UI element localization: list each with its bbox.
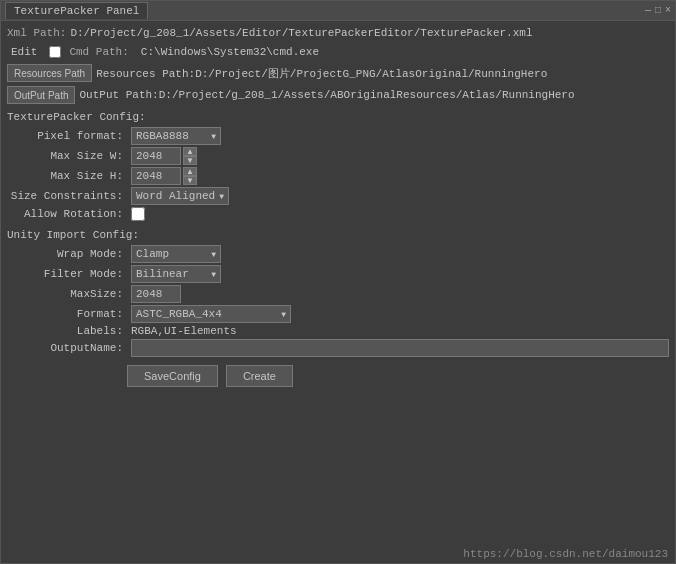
minimize-icon[interactable]: — xyxy=(645,5,651,16)
xml-path-label: Xml Path: xyxy=(7,27,66,39)
allow-rotation-checkbox[interactable] xyxy=(131,207,145,221)
format-label: Format: xyxy=(7,308,127,320)
format-selected: ASTC_RGBA_4x4 xyxy=(136,308,222,320)
maxsize-label: MaxSize: xyxy=(7,288,127,300)
pixel-format-selected: RGBA8888 xyxy=(136,130,189,142)
allow-rotation-label: Allow Rotation: xyxy=(7,208,127,220)
filter-mode-label: Filter Mode: xyxy=(7,268,127,280)
max-size-h-input[interactable]: 2048 xyxy=(131,167,181,185)
pixel-format-dropdown[interactable]: RGBA8888 ▼ xyxy=(131,127,221,145)
filter-mode-selected: Bilinear xyxy=(136,268,189,280)
size-constraints-label: Size Constraints: xyxy=(7,190,127,202)
main-window: TexturePacker Panel — □ × Xml Path: D:/P… xyxy=(0,0,676,564)
wrap-mode-dropdown[interactable]: Clamp ▼ xyxy=(131,245,221,263)
xml-path-row: Xml Path: D:/Project/g_208_1/Assets/Edit… xyxy=(7,25,669,41)
wrap-mode-selected: Clamp xyxy=(136,248,169,260)
filter-mode-value: Bilinear ▼ xyxy=(131,265,669,283)
window-controls: — □ × xyxy=(645,5,671,16)
resources-path-button[interactable]: Resources Path xyxy=(7,64,92,82)
texture-packer-config-title: TexturePacker Config: xyxy=(7,111,669,123)
resources-path-row: Resources Path Resources Path:D:/Project… xyxy=(7,63,669,83)
max-size-w-stepper: ▲ ▼ xyxy=(183,147,197,165)
format-arrow-icon: ▼ xyxy=(281,310,286,319)
edit-checkbox[interactable] xyxy=(49,46,61,58)
create-button[interactable]: Create xyxy=(226,365,293,387)
maximize-icon[interactable]: □ xyxy=(655,5,661,16)
save-config-button[interactable]: SaveConfig xyxy=(127,365,218,387)
size-constraints-dropdown[interactable]: Word Aligned ▼ xyxy=(131,187,229,205)
output-name-input[interactable] xyxy=(131,339,669,357)
filter-mode-arrow-icon: ▼ xyxy=(211,270,216,279)
edit-menu[interactable]: Edit xyxy=(7,45,41,59)
menu-bar: Edit Cmd Path: C:\Windows\System32\cmd.e… xyxy=(7,43,669,61)
maxsize-input[interactable]: 2048 xyxy=(131,285,181,303)
filter-mode-dropdown[interactable]: Bilinear ▼ xyxy=(131,265,221,283)
wrap-mode-value: Clamp ▼ xyxy=(131,245,669,263)
content-area: Xml Path: D:/Project/g_208_1/Assets/Edit… xyxy=(1,21,675,563)
action-buttons-row: SaveConfig Create xyxy=(127,365,669,387)
pixel-format-value: RGBA8888 ▼ xyxy=(131,127,669,145)
size-constraints-arrow-icon: ▼ xyxy=(219,192,224,201)
max-size-w-up[interactable]: ▲ xyxy=(183,147,197,156)
max-size-w-value: 2048 ▲ ▼ xyxy=(131,147,669,165)
max-size-w-down[interactable]: ▼ xyxy=(183,156,197,165)
format-value: ASTC_RGBA_4x4 ▼ xyxy=(131,305,669,323)
cmd-path-value: C:\Windows\System32\cmd.exe xyxy=(141,46,319,58)
max-size-h-stepper: ▲ ▼ xyxy=(183,167,197,185)
max-size-w-label: Max Size W: xyxy=(7,150,127,162)
output-path-button[interactable]: OutPut Path xyxy=(7,86,75,104)
title-bar: TexturePacker Panel — □ × xyxy=(1,1,675,21)
size-constraints-selected: Word Aligned xyxy=(136,190,215,202)
resources-path-value: Resources Path:D:/Project/图片/ProjectG_PN… xyxy=(96,66,547,81)
pixel-format-label: Pixel format: xyxy=(7,130,127,142)
output-path-row: OutPut Path OutPut Path:D:/Project/g_208… xyxy=(7,85,669,105)
max-size-h-label: Max Size H: xyxy=(7,170,127,182)
xml-path-value: D:/Project/g_208_1/Assets/Editor/Texture… xyxy=(70,27,532,39)
wrap-mode-arrow-icon: ▼ xyxy=(211,250,216,259)
pixel-format-arrow-icon: ▼ xyxy=(211,132,216,141)
labels-text: RGBA,UI-Elements xyxy=(131,325,237,337)
max-size-h-down[interactable]: ▼ xyxy=(183,176,197,185)
max-size-h-value: 2048 ▲ ▼ xyxy=(131,167,669,185)
labels-label: Labels: xyxy=(7,325,127,337)
close-icon[interactable]: × xyxy=(665,5,671,16)
max-size-w-input[interactable]: 2048 xyxy=(131,147,181,165)
labels-value: RGBA,UI-Elements xyxy=(131,325,669,337)
output-name-label: OutputName: xyxy=(7,342,127,354)
size-constraints-value: Word Aligned ▼ xyxy=(131,187,669,205)
unity-import-config-grid: Wrap Mode: Clamp ▼ Filter Mode: Bilinear… xyxy=(7,245,669,357)
window-title: TexturePacker Panel xyxy=(14,5,139,17)
maxsize-value: 2048 xyxy=(131,285,669,303)
title-tab: TexturePacker Panel xyxy=(5,2,148,19)
cmd-path-label: Cmd Path: xyxy=(69,46,128,58)
footer-url: https://blog.csdn.net/daimou123 xyxy=(463,548,668,560)
max-size-h-up[interactable]: ▲ xyxy=(183,167,197,176)
output-path-value: OutPut Path:D:/Project/g_208_1/Assets/AB… xyxy=(79,89,574,101)
wrap-mode-label: Wrap Mode: xyxy=(7,248,127,260)
unity-import-config-title: Unity Import Config: xyxy=(7,229,669,241)
texture-packer-config-grid: Pixel format: RGBA8888 ▼ Max Size W: 204… xyxy=(7,127,669,221)
output-name-value xyxy=(131,339,669,357)
allow-rotation-value xyxy=(131,207,669,221)
format-dropdown[interactable]: ASTC_RGBA_4x4 ▼ xyxy=(131,305,291,323)
